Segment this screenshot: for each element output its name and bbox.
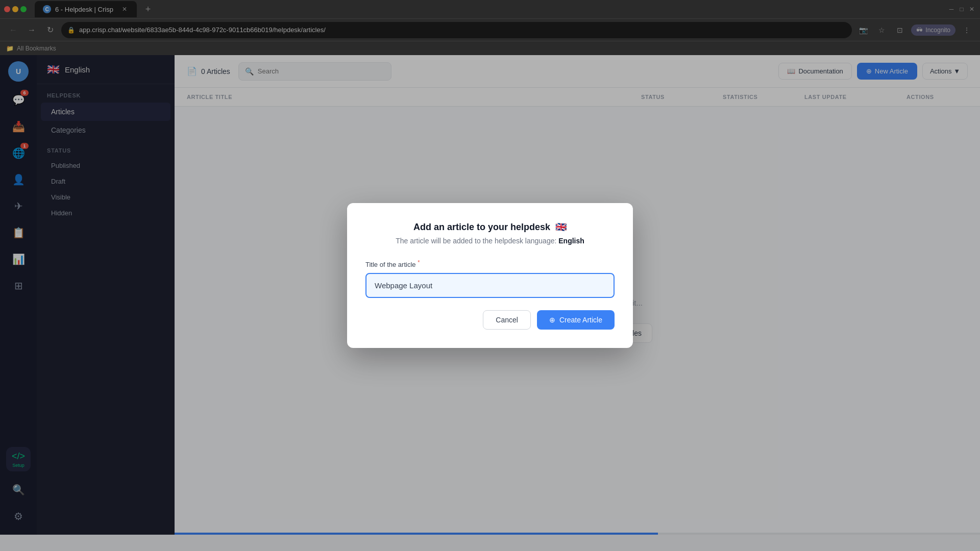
article-title-input[interactable] [365, 273, 615, 298]
create-article-label: Create Article [559, 316, 602, 324]
modal-dialog: Add an article to your helpdesk 🇬🇧 The a… [347, 203, 633, 347]
modal-flag: 🇬🇧 [555, 221, 567, 233]
field-label-text: Title of the article [365, 261, 416, 269]
modal-title: Add an article to your helpdesk 🇬🇧 [365, 221, 615, 233]
modal-actions: Cancel ⊕ Create Article [365, 310, 615, 330]
modal-title-text: Add an article to your helpdesk [413, 222, 550, 233]
cancel-label: Cancel [496, 316, 518, 324]
field-required-indicator: * [418, 259, 420, 265]
modal-subtitle-prefix: The article will be added to the helpdes… [396, 237, 558, 245]
create-article-icon: ⊕ [549, 316, 555, 324]
create-article-button[interactable]: ⊕ Create Article [537, 310, 615, 330]
field-label: Title of the article * [365, 259, 615, 268]
modal-subtitle: The article will be added to the helpdes… [365, 237, 615, 245]
modal-overlay[interactable]: Add an article to your helpdesk 🇬🇧 The a… [0, 0, 980, 551]
modal-subtitle-language: English [558, 237, 584, 245]
cancel-button[interactable]: Cancel [483, 310, 531, 330]
